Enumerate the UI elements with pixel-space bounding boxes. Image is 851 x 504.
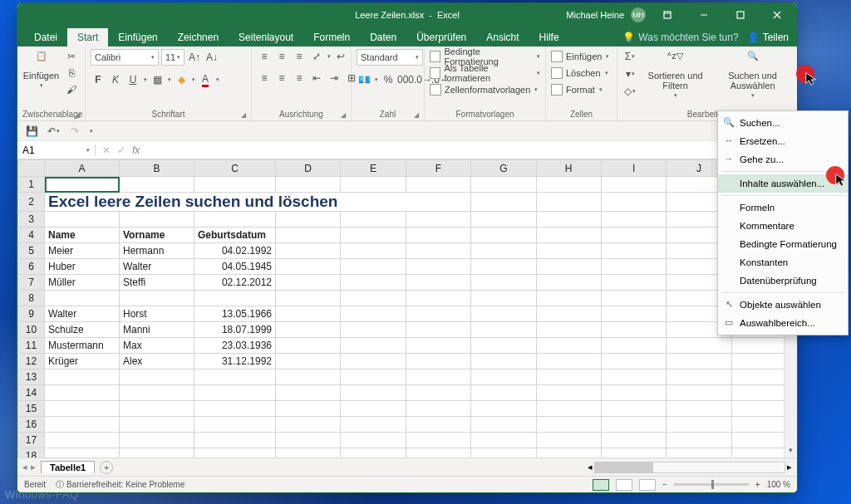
cell-H6[interactable] xyxy=(536,259,601,275)
cell-I17[interactable] xyxy=(601,433,666,448)
cell-H5[interactable] xyxy=(536,243,601,259)
cell-A18[interactable] xyxy=(45,448,120,458)
cell-G13[interactable] xyxy=(471,369,536,385)
menu-item-objekte-ausw-hlen[interactable]: ↖Objekte auswählen xyxy=(718,296,848,314)
delete-cells-button[interactable]: Löschen ▾ xyxy=(551,66,609,81)
increase-indent-button[interactable]: ⇥ xyxy=(327,71,342,86)
autosum-button[interactable]: Σ ▾ xyxy=(622,49,637,64)
cell-G5[interactable] xyxy=(471,243,536,259)
cell-F10[interactable] xyxy=(406,322,470,338)
cell-D16[interactable] xyxy=(276,417,341,433)
cell-C16[interactable] xyxy=(194,417,276,433)
cell-B3[interactable] xyxy=(120,212,194,228)
cell-A11[interactable]: Mustermann xyxy=(45,338,120,354)
cell-C13[interactable] xyxy=(194,369,276,385)
cell-styles-button[interactable]: Zellenformatvorlagen ▾ xyxy=(430,82,540,97)
cell-I4[interactable] xyxy=(601,228,666,243)
cell-H18[interactable] xyxy=(536,448,601,458)
cell-E7[interactable] xyxy=(341,275,406,291)
align-center-button[interactable]: ≡ xyxy=(274,71,289,86)
cell-B15[interactable] xyxy=(120,401,194,417)
column-header-E[interactable]: E xyxy=(341,160,406,177)
select-all-corner[interactable] xyxy=(18,160,45,177)
align-top-button[interactable]: ≡ xyxy=(257,49,272,64)
cell-B13[interactable] xyxy=(120,369,194,385)
cell-H10[interactable] xyxy=(536,322,601,338)
cell-D10[interactable] xyxy=(276,322,341,338)
cell-A14[interactable] xyxy=(45,385,120,401)
close-button[interactable] xyxy=(762,3,792,27)
orientation-button[interactable]: ⤢ xyxy=(309,49,324,64)
decrease-font-button[interactable]: A↓ xyxy=(204,50,219,65)
fill-button[interactable]: ▾ ▾ xyxy=(622,66,637,81)
sort-filter-button[interactable]: ᴬz▽ Sortieren und Filtern▾ xyxy=(641,49,710,100)
cell-C8[interactable] xyxy=(194,291,276,306)
cell-D12[interactable] xyxy=(276,354,341,369)
ribbon-display-options[interactable] xyxy=(652,3,682,27)
tab-ansicht[interactable]: Ansicht xyxy=(476,28,529,46)
cell-F16[interactable] xyxy=(406,417,470,433)
format-cells-button[interactable]: Format ▾ xyxy=(551,82,609,97)
cell-B7[interactable]: Steffi xyxy=(120,275,194,291)
cell-D7[interactable] xyxy=(276,275,341,291)
menu-item-konstanten[interactable]: Konstanten xyxy=(718,253,848,272)
cell-I9[interactable] xyxy=(601,306,666,322)
increase-font-button[interactable]: A↑ xyxy=(187,50,202,65)
cell-F9[interactable] xyxy=(406,306,470,322)
tab-zeichnen[interactable]: Zeichnen xyxy=(168,28,229,46)
cell-G4[interactable] xyxy=(471,228,536,243)
align-right-button[interactable]: ≡ xyxy=(292,71,307,86)
row-header-2[interactable]: 2 xyxy=(18,193,45,212)
cell-H7[interactable] xyxy=(536,275,601,291)
cell-H12[interactable] xyxy=(536,354,601,369)
cell-D18[interactable] xyxy=(276,448,341,458)
font-size-selector[interactable]: 11▾ xyxy=(161,49,184,66)
cell-G3[interactable] xyxy=(471,212,536,228)
cell-G16[interactable] xyxy=(471,417,536,433)
cell-A12[interactable]: Krüger xyxy=(45,354,120,369)
cell-D13[interactable] xyxy=(276,369,341,385)
zoom-level[interactable]: 100 % xyxy=(767,480,790,489)
cell-F1[interactable] xyxy=(406,177,470,193)
cell-F8[interactable] xyxy=(406,291,470,306)
tab-datei[interactable]: Datei xyxy=(24,28,67,46)
cell-G1[interactable] xyxy=(471,177,536,193)
row-header-1[interactable]: 1 xyxy=(18,177,45,193)
cell-I16[interactable] xyxy=(601,417,666,433)
tab-start[interactable]: Start xyxy=(67,28,108,46)
insert-cells-button[interactable]: Einfügen ▾ xyxy=(551,49,609,64)
new-sheet-button[interactable]: + xyxy=(100,461,113,474)
cell-E14[interactable] xyxy=(341,385,406,401)
fill-color-button[interactable]: ◆ xyxy=(174,72,189,87)
cell-F18[interactable] xyxy=(406,448,470,458)
accounting-format-button[interactable]: 💶 xyxy=(357,72,371,87)
font-color-button[interactable]: A xyxy=(198,72,213,87)
cell-E4[interactable] xyxy=(341,228,406,243)
cell-A1[interactable] xyxy=(45,177,120,193)
cell-B4[interactable]: Vorname xyxy=(120,228,194,243)
cell-H4[interactable] xyxy=(536,228,601,243)
cell-E13[interactable] xyxy=(341,369,406,385)
row-header-8[interactable]: 8 xyxy=(18,291,45,306)
cell-I8[interactable] xyxy=(601,291,666,306)
cell-I5[interactable] xyxy=(601,243,666,259)
cell-J17[interactable] xyxy=(667,433,731,448)
cell-A17[interactable] xyxy=(45,433,120,448)
cell-B11[interactable]: Max xyxy=(120,338,194,354)
menu-item-bedingte-formatierung[interactable]: Bedingte Formatierung xyxy=(718,235,848,253)
cell-F12[interactable] xyxy=(406,354,470,369)
cell-A2[interactable]: Excel leere Zeilen suchen und löschen xyxy=(45,193,471,212)
cell-D6[interactable] xyxy=(276,259,341,275)
cell-A9[interactable]: Walter xyxy=(45,306,120,322)
cell-C1[interactable] xyxy=(194,177,276,193)
maximize-button[interactable] xyxy=(726,3,755,27)
format-painter-button[interactable]: 🖌 xyxy=(63,82,80,97)
cell-C15[interactable] xyxy=(194,401,276,417)
view-page-layout-button[interactable] xyxy=(616,479,632,491)
name-box[interactable]: A1▾ xyxy=(17,144,96,156)
cell-E9[interactable] xyxy=(341,306,406,322)
cell-H11[interactable] xyxy=(536,338,601,354)
font-name-selector[interactable]: Calibri▾ xyxy=(91,49,159,66)
border-button[interactable]: ▦ xyxy=(150,72,165,87)
menu-item-daten-berpr-fung[interactable]: Datenüberprüfung xyxy=(718,272,848,290)
